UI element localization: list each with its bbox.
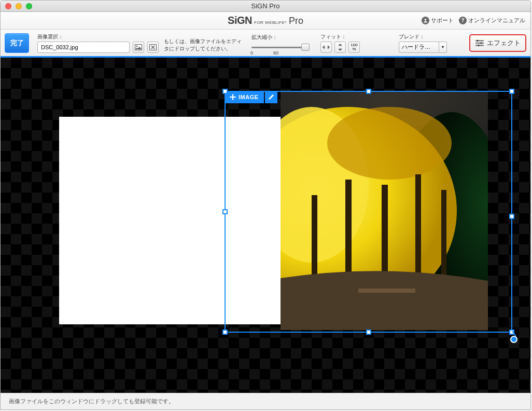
resize-handle-n[interactable] <box>366 89 371 94</box>
blend-label: ブレンド： <box>399 33 447 40</box>
help-icon: ? <box>459 17 467 24</box>
manual-link[interactable]: ? オンラインマニュアル <box>459 17 525 24</box>
pencil-icon <box>268 94 274 100</box>
image-icon <box>135 44 142 50</box>
blend-select[interactable]: ハードラ… ▾ <box>399 42 447 53</box>
brand-bar: SiGN FOR WEBLiFE* Pro サポート ? オンラインマニュアル <box>1 12 530 30</box>
svg-point-2 <box>136 45 138 47</box>
clear-image-button[interactable] <box>147 42 159 53</box>
fit-label: フィット： <box>320 33 360 40</box>
selection-frame[interactable]: IMAGE <box>225 91 512 333</box>
resize-handle-ne[interactable] <box>509 89 514 94</box>
resize-handle-e[interactable] <box>509 214 514 219</box>
fit-100-button[interactable]: 100 % <box>348 42 360 53</box>
move-icon <box>230 94 236 100</box>
fit-vertical-button[interactable] <box>334 42 346 53</box>
app-window: SiGN Pro SiGN FOR WEBLiFE* Pro サポート ? オン… <box>0 0 531 410</box>
toolbar: 完了 画像選択： DSC_0032.jpg もしくは、画像ファイルをエディタにド… <box>1 30 530 58</box>
resize-handle-w[interactable] <box>222 209 228 214</box>
slider-thumb[interactable] <box>301 44 310 51</box>
zoom-label: 拡大縮小： <box>251 34 306 41</box>
sliders-icon <box>475 39 484 47</box>
app-logo: SiGN FOR WEBLiFE* Pro <box>228 15 303 26</box>
window-title: SiGN Pro <box>1 2 530 10</box>
user-icon <box>422 17 429 24</box>
svg-point-0 <box>425 19 427 21</box>
fit-horizontal-button[interactable] <box>320 42 332 53</box>
editor-canvas[interactable]: IMAGE <box>1 58 530 393</box>
filename-field[interactable]: DSC_0032.jpg <box>37 42 130 53</box>
resize-handle-sw[interactable] <box>222 330 228 335</box>
clear-icon <box>149 44 157 50</box>
drop-hint: もしくは、画像ファイルをエディタにドロップしてください。 <box>164 34 244 52</box>
rotate-handle[interactable] <box>510 336 517 343</box>
chevron-down-icon: ▾ <box>439 42 447 53</box>
edit-selection-button[interactable] <box>265 91 277 103</box>
fit-v-icon <box>338 44 343 51</box>
image-select-label: 画像選択： <box>37 33 159 40</box>
done-button[interactable]: 完了 <box>5 33 29 53</box>
svg-point-7 <box>477 39 479 42</box>
selection-tag: IMAGE <box>225 91 277 103</box>
effect-button[interactable]: エフェクト <box>469 34 526 52</box>
statusbar: 画像ファイルをこのウィンドウにドラッグしても登録可能です。 <box>1 393 530 409</box>
fit-h-icon <box>323 45 330 50</box>
svg-point-8 <box>480 42 482 44</box>
titlebar: SiGN Pro <box>1 1 530 12</box>
resize-handle-nw[interactable] <box>222 89 228 94</box>
status-text: 画像ファイルをこのウィンドウにドラッグしても登録可能です。 <box>9 398 174 405</box>
zoom-slider[interactable]: 0 60 <box>251 42 306 52</box>
browse-image-button[interactable] <box>133 42 144 53</box>
svg-point-9 <box>478 44 480 46</box>
resize-handle-s[interactable] <box>366 330 371 335</box>
support-link[interactable]: サポート <box>422 17 454 24</box>
